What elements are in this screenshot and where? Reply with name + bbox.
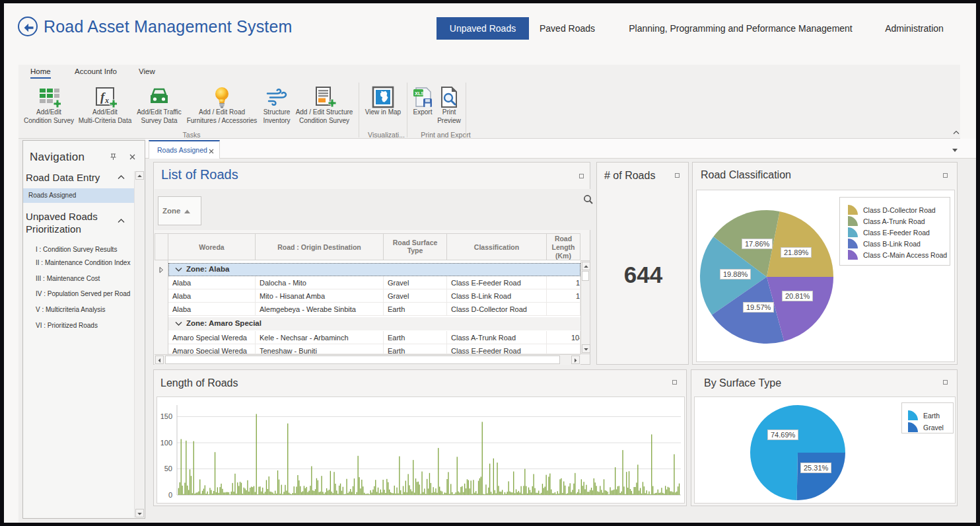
svg-text:XLS: XLS bbox=[415, 91, 425, 96]
svg-text:50: 50 bbox=[164, 465, 172, 472]
svg-text:0: 0 bbox=[168, 491, 172, 499]
svg-text:150: 150 bbox=[160, 412, 172, 420]
svg-text:x: x bbox=[104, 96, 109, 105]
svg-text:100: 100 bbox=[160, 439, 172, 447]
